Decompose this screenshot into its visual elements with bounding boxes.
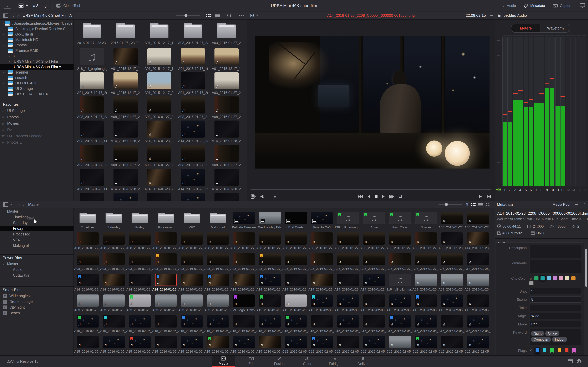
video-clip-thumbnail[interactable]: ♫	[129, 274, 151, 286]
video-clip-thumbnail[interactable]: ♫	[389, 294, 411, 307]
bin-item[interactable]: ⌄Master	[0, 261, 73, 267]
video-clip-thumbnail[interactable]: ♫	[415, 294, 437, 307]
tree-chevron-icon[interactable]: ›	[3, 33, 7, 36]
tree-chevron-icon[interactable]: ⌄	[3, 49, 7, 52]
video-clip-thumbnail[interactable]: ♫	[389, 315, 411, 327]
thumbnail-size-slider[interactable]	[176, 15, 200, 16]
video-clip-thumbnail[interactable]: ♫	[147, 48, 171, 65]
tree-chevron-icon[interactable]: ›	[3, 71, 7, 74]
video-clip-thumbnail[interactable]: ♫	[181, 315, 203, 327]
clip-color-swatch[interactable]	[547, 276, 551, 280]
storage-tree-item[interactable]: ›scratch	[0, 75, 73, 80]
video-clip-thumbnail[interactable]: ♫	[441, 315, 463, 327]
forward-arrow[interactable]: ›	[16, 13, 21, 18]
play-around-button[interactable]	[479, 195, 483, 199]
video-clip-thumbnail[interactable]: ♫	[155, 315, 177, 327]
video-clip-thumbnail[interactable]: ♫	[337, 315, 359, 327]
video-clip-thumbnail[interactable]: ♫	[80, 145, 104, 162]
video-clip-thumbnail[interactable]: ♫	[285, 253, 307, 265]
video-clip-thumbnail[interactable]: ♫	[389, 232, 411, 245]
video-clip-thumbnail[interactable]: ♫	[467, 232, 489, 245]
tree-chevron-icon[interactable]: ›	[3, 22, 4, 25]
video-clip-thumbnail[interactable]: ♫	[311, 294, 333, 307]
video-clip-thumbnail[interactable]: ♫	[415, 253, 437, 265]
tree-chevron-icon[interactable]: ›	[3, 27, 7, 31]
video-clip-thumbnail[interactable]: ♫	[181, 48, 205, 65]
clip-color-swatch[interactable]	[541, 276, 545, 280]
storage-tree-item[interactable]: ›Blackmagic DaVinci Resolve Studio	[0, 26, 73, 32]
video-clip-thumbnail[interactable]: ♫	[233, 294, 255, 307]
storage-tree-item[interactable]: ›scanner	[0, 70, 73, 75]
video-clip-thumbnail[interactable]: ♫	[155, 232, 177, 245]
clone-tool-button[interactable]: Clone Tool	[52, 0, 84, 11]
move-input[interactable]: Pan	[529, 321, 581, 327]
pool-list-view-icon[interactable]	[478, 203, 483, 206]
video-clip-thumbnail[interactable]: ♫	[155, 336, 177, 348]
metadata-scrollbar[interactable]	[585, 249, 587, 287]
video-clip-thumbnail[interactable]: ♫	[129, 253, 151, 265]
storage-tree-item[interactable]: ›URSA Mini 4.6K Short Film	[0, 59, 73, 64]
video-clip-thumbnail[interactable]: ♫	[155, 294, 177, 307]
video-clip-thumbnail[interactable]: ♫	[337, 294, 359, 307]
flag-swatch[interactable]	[550, 348, 554, 353]
favorite-item[interactable]: ☆Photos 1	[0, 139, 73, 145]
bin-list-toggle-icon[interactable]	[3, 202, 8, 207]
video-clip-thumbnail[interactable]: ♫	[467, 212, 489, 224]
nav-page-deliver[interactable]: Deliver	[351, 356, 375, 367]
storage-tree-item[interactable]: ›GodZilla dr	[0, 32, 73, 37]
media-storage-button[interactable]: Media Storage	[15, 0, 52, 11]
video-clip-thumbnail[interactable]: ♫	[285, 232, 307, 245]
bin-item[interactable]: Audio	[0, 267, 73, 273]
match-frame-button[interactable]	[487, 195, 491, 199]
video-clip-thumbnail[interactable]: ♫	[337, 253, 359, 265]
nav-page-edit[interactable]: Edit	[240, 356, 263, 367]
video-clip-thumbnail[interactable]: ♫	[389, 336, 411, 348]
angle-input[interactable]: Wide	[529, 313, 581, 319]
description-textarea[interactable]	[529, 245, 581, 258]
tree-chevron-icon[interactable]: ›	[3, 43, 7, 47]
video-clip-thumbnail[interactable]: ♫	[215, 193, 239, 201]
gear-icon[interactable]	[576, 358, 582, 364]
video-clip-thumbnail[interactable]: ♫	[129, 336, 151, 348]
forward-arrow[interactable]: ›	[21, 202, 26, 207]
keyword-tag[interactable]: Night	[531, 331, 544, 336]
video-clip-thumbnail[interactable]: ♫	[155, 253, 177, 265]
video-clip-thumbnail[interactable]: ♫	[233, 253, 255, 265]
video-clip-thumbnail[interactable]: ♫	[181, 232, 203, 245]
storage-tree-item[interactable]: ›/Users/alexanderdiaz/Movies (Usage: 67%…	[0, 21, 73, 26]
video-clip-thumbnail[interactable]: ♫	[467, 315, 489, 327]
smart-bin-item[interactable]: Beach	[0, 310, 73, 316]
video-clip-thumbnail[interactable]: ♫	[363, 315, 385, 327]
comments-textarea[interactable]	[529, 260, 581, 273]
video-clip-thumbnail[interactable]: ♫	[311, 336, 333, 348]
metadata-options-icon[interactable]: •••	[575, 203, 579, 206]
clip-view-dropdown[interactable]	[251, 194, 256, 199]
video-clip-thumbnail[interactable]: ♫	[77, 274, 99, 286]
video-clip-thumbnail[interactable]: ♫	[147, 169, 171, 186]
video-clip-thumbnail[interactable]: ♫	[129, 294, 151, 307]
stop-button[interactable]	[375, 195, 378, 198]
video-clip-thumbnail[interactable]: ♫	[207, 274, 229, 286]
video-clip-thumbnail[interactable]: ♫	[233, 232, 255, 245]
loop-button[interactable]: ⇄	[399, 194, 403, 199]
smart-bin-item[interactable]: Drone footage	[0, 299, 73, 304]
video-clip-thumbnail[interactable]: ♫	[147, 193, 171, 201]
video-clip-thumbnail[interactable]: ♫	[363, 336, 385, 348]
folder-thumbnail[interactable]	[116, 22, 135, 38]
shot-input[interactable]: 3	[529, 288, 581, 294]
go-to-start-button[interactable]	[358, 195, 363, 199]
video-clip-thumbnail[interactable]: ♫	[215, 169, 239, 186]
audio-clip-thumbnail[interactable]: ♫	[389, 212, 411, 224]
audio-clip-thumbnail[interactable]: ♫	[415, 212, 437, 224]
storage-tree-item[interactable]: ›Macintosh HD	[0, 37, 73, 42]
list-view-icon[interactable]	[215, 14, 220, 17]
video-clip-thumbnail[interactable]: ♫	[113, 96, 138, 114]
video-clip-thumbnail[interactable]: ♫	[147, 96, 171, 114]
smart-bin-item[interactable]: City night	[0, 304, 73, 310]
video-clip-thumbnail[interactable]: ♫	[467, 253, 489, 265]
video-clip-thumbnail[interactable]: ♫	[103, 253, 125, 265]
video-clip-thumbnail[interactable]: ♫	[259, 336, 281, 348]
video-clip-thumbnail[interactable]: ♫	[441, 253, 463, 265]
video-clip-thumbnail[interactable]: ♫	[181, 253, 203, 265]
video-clip-thumbnail[interactable]: ♫	[113, 145, 138, 162]
